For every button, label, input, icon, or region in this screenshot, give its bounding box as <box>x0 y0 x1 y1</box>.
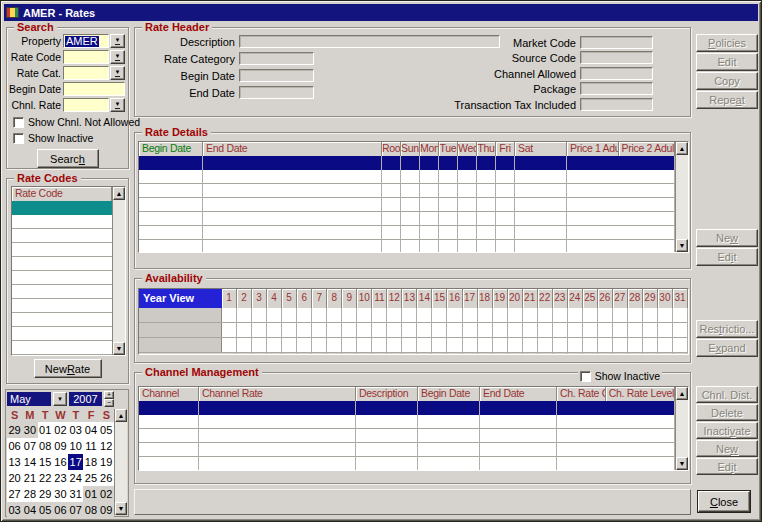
rate-code-selected-row[interactable] <box>12 201 112 215</box>
rate-details-selected-row[interactable] <box>139 156 675 170</box>
calendar-day[interactable]: 02 <box>53 422 68 438</box>
show-chnl-not-allowed-checkbox[interactable] <box>13 117 24 128</box>
calendar-day[interactable]: 07 <box>22 438 37 454</box>
calendar-day[interactable]: 06 <box>7 438 22 454</box>
month-dropdown-button[interactable]: ▼ <box>53 392 67 406</box>
calendar-day[interactable]: 27 <box>7 486 22 502</box>
calendar-day[interactable]: 15 <box>38 454 53 470</box>
calendar-scrollbar[interactable]: ▲ ▼ <box>114 409 127 515</box>
spin-down-icon[interactable]: − <box>104 399 114 407</box>
calendar-day[interactable]: 07 <box>68 502 83 518</box>
calendar-day[interactable]: 20 <box>7 470 22 486</box>
scroll-up-icon[interactable]: ▲ <box>113 187 125 200</box>
lov-button[interactable]: ▼ <box>110 34 125 48</box>
calendar-day[interactable]: 05 <box>38 502 53 518</box>
lov-button[interactable]: ▼ <box>110 98 125 112</box>
calendar-day[interactable]: 14 <box>22 454 37 470</box>
lov-button[interactable]: ▼ <box>110 50 125 64</box>
channel-selected-row[interactable] <box>139 401 675 415</box>
channel-management-button[interactable]: Chnl. Dist. <box>696 386 758 403</box>
scroll-up-icon[interactable]: ▲ <box>676 142 688 155</box>
lov-button[interactable]: ▼ <box>110 66 125 80</box>
scroll-up-icon[interactable]: ▲ <box>115 409 127 422</box>
calendar-day[interactable]: 03 <box>68 422 83 438</box>
calendar-day[interactable]: 08 <box>83 502 98 518</box>
scroll-down-icon[interactable]: ▼ <box>113 342 125 355</box>
scroll-down-icon[interactable]: ▼ <box>676 457 688 470</box>
scroll-down-icon[interactable]: ▼ <box>115 502 127 515</box>
calendar-day[interactable]: 04 <box>22 502 37 518</box>
channel-management-button[interactable]: New <box>696 440 758 457</box>
rate-details-button[interactable]: Edit <box>696 248 758 266</box>
source-code-field[interactable] <box>580 51 653 64</box>
calendar-day[interactable]: 26 <box>99 470 114 486</box>
channel-management-button[interactable]: Inactivate <box>696 422 758 439</box>
calendar-day[interactable]: 24 <box>68 470 83 486</box>
title-bar[interactable]: AMER - Rates <box>4 4 758 21</box>
search-field-input[interactable] <box>63 98 109 112</box>
calendar-day[interactable]: 06 <box>53 502 68 518</box>
market-code-field[interactable] <box>580 36 653 49</box>
rate-header-button[interactable]: Policies <box>696 34 758 52</box>
new-rate-button[interactable]: New Rate <box>34 359 102 378</box>
calendar-day[interactable]: 02 <box>99 486 114 502</box>
calendar-day[interactable]: 03 <box>7 502 22 518</box>
calendar-day[interactable]: 19 <box>99 454 114 470</box>
rate-header-button[interactable]: Edit <box>696 53 758 71</box>
calendar-day[interactable]: 09 <box>99 502 114 518</box>
calendar-day[interactable]: 04 <box>83 422 98 438</box>
calendar-day[interactable]: 30 <box>53 486 68 502</box>
end-date-field[interactable] <box>239 86 314 99</box>
search-field-input[interactable] <box>63 82 125 96</box>
calendar-day[interactable]: 11 <box>83 438 98 454</box>
cm-show-inactive-checkbox[interactable] <box>580 371 591 382</box>
calendar-day[interactable]: 09 <box>53 438 68 454</box>
calendar-day[interactable]: 18 <box>83 454 98 470</box>
calendar-day[interactable]: 21 <box>22 470 37 486</box>
rate-codes-scrollbar[interactable]: ▲ ▼ <box>112 187 125 355</box>
calendar-day[interactable]: 30 <box>22 422 37 438</box>
spin-up-icon[interactable]: + <box>104 391 114 399</box>
scroll-up-icon[interactable]: ▲ <box>676 387 688 400</box>
availability-button[interactable]: Expand <box>696 339 758 357</box>
calendar-day[interactable]: 12 <box>99 438 114 454</box>
month-select[interactable]: May <box>7 392 51 406</box>
channel-scrollbar[interactable]: ▲ ▼ <box>675 387 688 470</box>
rate-header-button[interactable]: Copy <box>696 72 758 90</box>
rate-details-button[interactable]: New <box>696 229 758 247</box>
calendar-day[interactable]: 16 <box>53 454 68 470</box>
calendar-day[interactable]: 01 <box>83 486 98 502</box>
channel-management-button[interactable]: Delete <box>696 404 758 421</box>
channel-management-button[interactable]: Edit <box>696 458 758 475</box>
transaction-tax-field[interactable] <box>580 98 653 111</box>
search-field-input[interactable] <box>63 50 109 64</box>
search-field-input[interactable] <box>63 66 109 80</box>
rate-header-button[interactable]: Repeat <box>696 91 758 109</box>
calendar-day[interactable]: 10 <box>68 438 83 454</box>
package-field[interactable] <box>580 82 653 95</box>
calendar-day[interactable]: 23 <box>53 470 68 486</box>
calendar-day[interactable]: 05 <box>99 422 114 438</box>
begin-date-field[interactable] <box>239 69 314 82</box>
scroll-down-icon[interactable]: ▼ <box>676 239 688 252</box>
calendar-day[interactable]: 22 <box>38 470 53 486</box>
calendar-day[interactable]: 08 <box>38 438 53 454</box>
show-inactive-checkbox[interactable] <box>13 133 24 144</box>
rate-category-field[interactable] <box>239 52 314 65</box>
calendar-day[interactable]: 01 <box>38 422 53 438</box>
calendar-day[interactable]: 13 <box>7 454 22 470</box>
calendar-day[interactable]: 29 <box>7 422 22 438</box>
year-view-cell[interactable]: Year View <box>139 289 222 308</box>
close-button[interactable]: Close <box>698 491 750 512</box>
calendar-day[interactable]: 28 <box>22 486 37 502</box>
calendar-day[interactable]: 29 <box>38 486 53 502</box>
calendar-day[interactable]: 31 <box>68 486 83 502</box>
availability-button[interactable]: Restrictio... <box>696 320 758 338</box>
search-button[interactable]: Search <box>37 149 99 168</box>
calendar-day[interactable]: 25 <box>83 470 98 486</box>
rate-details-scrollbar[interactable]: ▲ ▼ <box>675 142 688 252</box>
year-field[interactable]: 2007 <box>69 392 102 406</box>
search-field-input[interactable]: AMER <box>63 34 109 48</box>
calendar-day[interactable]: 17 <box>68 454 83 470</box>
channel-allowed-field[interactable] <box>580 67 653 80</box>
